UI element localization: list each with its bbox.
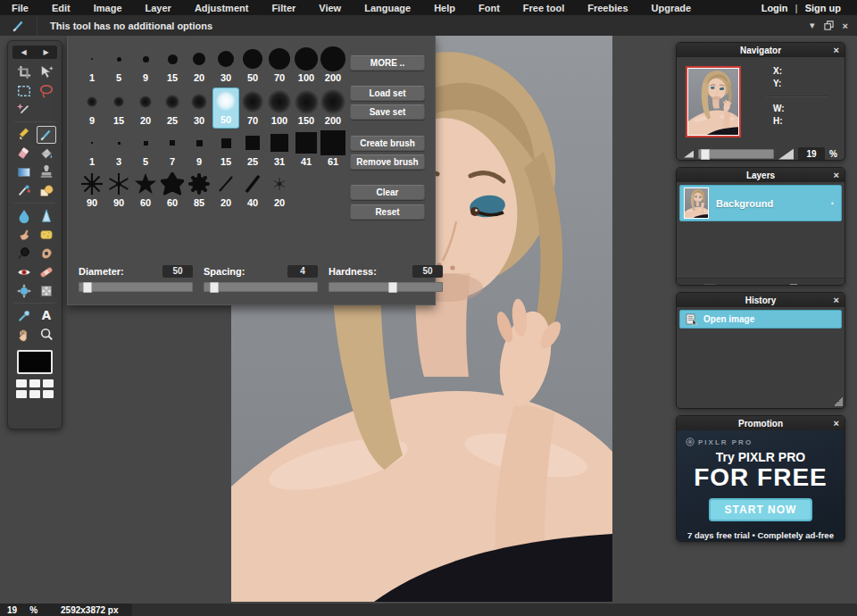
menu-image[interactable]: Image <box>82 3 134 13</box>
bloat-tool[interactable] <box>14 282 34 300</box>
drawing-tool[interactable] <box>37 182 56 200</box>
brush-solid-15[interactable]: 15 <box>159 46 186 86</box>
pencil-tool[interactable] <box>14 126 34 144</box>
tools-next-arrow-icon[interactable]: ▶ <box>43 46 48 59</box>
menu-view[interactable]: View <box>307 3 353 13</box>
zoom-in-icon[interactable] <box>778 149 794 160</box>
wand-tool[interactable] <box>14 101 34 119</box>
navigator-titlebar[interactable]: × Navigator × <box>677 43 845 57</box>
zoom-value[interactable]: 19 <box>798 147 825 161</box>
promotion-banner[interactable]: PIXLR PRO Try PIXLR PRO FOR FREE START N… <box>677 430 845 542</box>
bucket-tool[interactable] <box>37 145 56 162</box>
navigator-thumbnail[interactable] <box>686 66 741 137</box>
history-titlebar[interactable]: × History × <box>677 293 845 307</box>
lasso-tool[interactable] <box>37 82 56 100</box>
blur-tool[interactable] <box>14 207 34 225</box>
start-now-button[interactable]: START NOW <box>709 498 813 521</box>
hardness-value[interactable]: 50 <box>412 265 443 278</box>
swatch[interactable] <box>29 390 40 398</box>
brush-square-9[interactable]: 9 <box>186 130 212 170</box>
signup-link[interactable]: Sign up <box>800 3 846 13</box>
hardness-slider[interactable] <box>329 282 443 292</box>
gradient-tool[interactable] <box>14 163 34 181</box>
brush-solid-70[interactable]: 70 <box>266 46 293 86</box>
close-icon[interactable]: × <box>828 45 845 55</box>
close-icon[interactable]: × <box>828 295 845 305</box>
restore-window-icon[interactable] <box>824 21 834 30</box>
brush-square-41[interactable]: 41 <box>293 130 320 170</box>
type-tool[interactable] <box>37 307 56 325</box>
red-eye-tool[interactable] <box>14 263 34 281</box>
brush-square-25[interactable]: 25 <box>239 130 266 170</box>
brush-solid-9[interactable]: 9 <box>132 46 159 86</box>
brush-solid-100[interactable]: 100 <box>293 46 320 86</box>
menu-layer[interactable]: Layer <box>134 3 183 13</box>
more-button[interactable]: MORE .. <box>350 55 425 71</box>
resize-grip-icon[interactable] <box>830 285 839 287</box>
brush-shape-60[interactable]: 60 <box>159 171 186 211</box>
layer-style-icon[interactable] <box>725 283 737 287</box>
delete-layer-icon[interactable] <box>809 283 821 287</box>
spacing-slider-thumb[interactable] <box>210 282 219 293</box>
brush-soft-70[interactable]: 70 <box>239 87 266 129</box>
eraser-tool[interactable] <box>14 145 34 162</box>
menu-font[interactable]: Font <box>467 3 512 13</box>
brush-soft-20[interactable]: 20 <box>132 87 159 129</box>
spot-heal-tool[interactable] <box>37 263 56 281</box>
brush-solid-50[interactable]: 50 <box>239 46 266 86</box>
close-icon[interactable]: × <box>843 21 848 31</box>
brush-solid-5[interactable]: 5 <box>105 46 132 86</box>
brush-solid-30[interactable]: 30 <box>212 46 239 86</box>
brush-soft-50[interactable]: 50 <box>212 87 239 129</box>
spacing-value[interactable]: 4 <box>287 265 318 278</box>
menu-language[interactable]: Language <box>353 3 422 13</box>
brush-shape-20[interactable]: 20 <box>266 171 293 211</box>
menu-file[interactable]: File <box>0 3 40 13</box>
stamp-tool[interactable] <box>37 163 56 181</box>
new-layer-icon[interactable] <box>787 283 800 287</box>
menu-filter[interactable]: Filter <box>260 3 307 13</box>
layers-titlebar[interactable]: × Layers × <box>677 168 845 182</box>
color-swatch[interactable] <box>17 350 53 374</box>
menu-adjustment[interactable]: Adjustment <box>183 3 261 13</box>
brush-square-5[interactable]: 5 <box>132 130 159 170</box>
load-set-button[interactable]: Load set <box>350 86 425 101</box>
burn-tool[interactable] <box>37 245 56 262</box>
hardness-slider-thumb[interactable] <box>388 282 397 293</box>
menu-upgrade[interactable]: Upgrade <box>640 3 703 13</box>
diameter-slider[interactable] <box>79 282 193 292</box>
zoom-slider-thumb[interactable] <box>701 149 710 160</box>
save-set-button[interactable]: Save set <box>350 104 425 120</box>
tools-prev-arrow-icon[interactable]: ◀ <box>21 46 26 59</box>
brush-solid-20[interactable]: 20 <box>186 46 212 86</box>
smudge-tool[interactable] <box>14 226 34 244</box>
brush-shape-85[interactable]: 85 <box>186 171 212 211</box>
brush-soft-9[interactable]: 9 <box>79 87 105 129</box>
brush-soft-200[interactable]: 200 <box>320 87 346 129</box>
create-brush-button[interactable]: Create brush <box>350 136 425 151</box>
resize-grip-icon[interactable] <box>834 397 843 406</box>
brush-shape-90[interactable]: 90 <box>105 171 132 211</box>
swatch[interactable] <box>43 379 54 387</box>
color-replace-tool[interactable] <box>14 182 34 200</box>
brush-soft-30[interactable]: 30 <box>186 87 212 129</box>
layer-settings-icon[interactable] <box>682 283 695 287</box>
color-picker-tool[interactable] <box>14 307 34 325</box>
move-tool[interactable] <box>37 63 56 81</box>
brush-shape-90[interactable]: 90 <box>79 171 105 211</box>
brush-soft-150[interactable]: 150 <box>293 87 320 129</box>
hand-tool[interactable] <box>14 326 34 344</box>
swatch[interactable] <box>29 379 40 387</box>
swatch[interactable] <box>16 379 27 387</box>
pinch-tool[interactable] <box>37 282 56 300</box>
layer-mask-icon[interactable] <box>703 283 716 287</box>
swatch[interactable] <box>43 390 54 398</box>
menu-edit[interactable]: Edit <box>40 3 82 13</box>
close-icon[interactable]: × <box>828 418 845 429</box>
lock-icon[interactable] <box>831 197 841 209</box>
clear-button[interactable]: Clear <box>350 185 425 200</box>
zoom-tool[interactable] <box>37 326 56 344</box>
diameter-slider-thumb[interactable] <box>83 282 92 293</box>
layer-row-background[interactable]: Background <box>679 185 842 221</box>
brush-shape-60[interactable]: 60 <box>132 171 159 211</box>
